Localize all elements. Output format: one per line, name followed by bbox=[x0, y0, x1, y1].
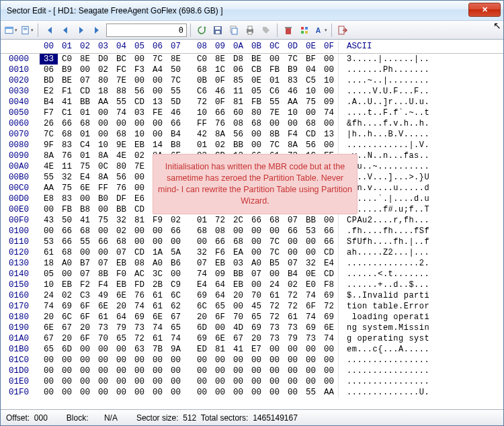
hex-byte[interactable]: 66 bbox=[167, 118, 185, 129]
hex-byte[interactable]: 00 bbox=[247, 129, 265, 140]
hex-byte[interactable]: 00 bbox=[58, 387, 76, 398]
hex-byte[interactable]: 69 bbox=[247, 323, 265, 333]
hex-byte[interactable]: 03 bbox=[229, 258, 247, 269]
hex-byte[interactable]: E7 bbox=[247, 344, 265, 355]
hex-byte[interactable]: 67 bbox=[167, 312, 185, 323]
hex-byte[interactable]: 76 bbox=[112, 183, 130, 194]
hex-byte[interactable]: 11 bbox=[58, 161, 76, 172]
hex-byte[interactable]: 64 bbox=[211, 290, 229, 301]
hex-byte[interactable]: 55 bbox=[40, 172, 58, 183]
hex-byte[interactable]: FE bbox=[149, 108, 167, 118]
refresh-button[interactable] bbox=[194, 23, 209, 38]
ascii-text[interactable]: ..............U. bbox=[338, 387, 451, 398]
hex-byte[interactable]: 00 bbox=[284, 118, 302, 129]
hex-byte[interactable]: 00 bbox=[284, 237, 302, 247]
hex-byte[interactable]: 00 bbox=[94, 108, 112, 118]
hex-byte[interactable]: 6E bbox=[320, 323, 338, 333]
hex-byte[interactable]: 00 bbox=[130, 387, 149, 398]
hex-byte[interactable]: 00 bbox=[76, 65, 94, 75]
hex-byte[interactable]: 00 bbox=[58, 366, 76, 376]
hex-row[interactable]: 00F0435041753281F90201722C666807BB00CPAu… bbox=[1, 215, 503, 226]
hex-byte[interactable]: 00 bbox=[193, 387, 211, 398]
hex-byte[interactable]: 69 bbox=[320, 312, 338, 323]
hex-byte[interactable]: 00 bbox=[193, 237, 211, 247]
hex-byte[interactable]: B7 bbox=[76, 258, 94, 269]
ascii-text[interactable]: SfUfh....fh.|..f bbox=[338, 237, 451, 247]
hex-row[interactable]: 01A067206F7065726174696E672073797374g op… bbox=[1, 333, 503, 344]
hex-byte[interactable]: 66 bbox=[94, 237, 112, 247]
hex-byte[interactable]: 0E bbox=[302, 269, 320, 280]
hex-byte[interactable]: 20 bbox=[229, 290, 247, 301]
hex-byte[interactable]: 81 bbox=[130, 215, 149, 226]
hex-byte[interactable]: EB bbox=[130, 140, 149, 151]
hex-byte[interactable]: 50 bbox=[58, 215, 76, 226]
ascii-text[interactable]: &fh....f.v.h..h. bbox=[338, 118, 451, 129]
hex-byte[interactable]: 7C bbox=[40, 129, 58, 140]
hex-byte[interactable]: 74 bbox=[320, 333, 338, 344]
hex-byte[interactable]: 68 bbox=[76, 118, 94, 129]
hex-byte[interactable]: EB bbox=[229, 280, 247, 290]
hex-byte[interactable]: 6C bbox=[193, 301, 211, 312]
hex-byte[interactable]: 72 bbox=[193, 97, 211, 108]
hex-row[interactable]: 0030E2F1CD1888560055C6461105C6461000....… bbox=[1, 86, 503, 97]
hex-byte[interactable]: 75 bbox=[58, 183, 76, 194]
hex-byte[interactable]: 61 bbox=[265, 290, 284, 301]
hex-byte[interactable]: 66 bbox=[320, 226, 338, 237]
hex-byte[interactable]: B4 bbox=[167, 129, 185, 140]
hex-byte[interactable]: 79 bbox=[112, 323, 130, 333]
hex-byte[interactable]: 9F bbox=[40, 140, 58, 151]
ascii-text[interactable]: ....t..F.f`.~..t bbox=[338, 108, 451, 118]
hex-byte[interactable]: 00 bbox=[247, 140, 265, 151]
hex-byte[interactable]: FF bbox=[193, 118, 211, 129]
hex-byte[interactable]: FC bbox=[112, 65, 130, 75]
hex-byte[interactable]: 07 bbox=[284, 215, 302, 226]
hex-byte[interactable]: EB bbox=[211, 258, 229, 269]
hex-byte[interactable]: 56 bbox=[112, 172, 130, 183]
hex-byte[interactable]: 18 bbox=[94, 86, 112, 97]
hex-byte[interactable]: 00 bbox=[247, 376, 265, 387]
hex-byte[interactable]: 01 bbox=[193, 215, 211, 226]
hex-row[interactable]: 01906E672073797374656D004D697373696Eng s… bbox=[1, 323, 503, 333]
hex-byte[interactable]: CD bbox=[320, 247, 338, 258]
hex-byte[interactable]: 02 bbox=[112, 226, 130, 237]
hex-byte[interactable]: AA bbox=[94, 97, 112, 108]
hex-byte[interactable]: 00 bbox=[320, 140, 338, 151]
hex-byte[interactable]: 67 bbox=[58, 323, 76, 333]
tag-button[interactable] bbox=[259, 23, 274, 38]
hex-byte[interactable]: C1 bbox=[58, 108, 76, 118]
hex-byte[interactable]: 68 bbox=[112, 129, 130, 140]
hex-byte[interactable]: 00 bbox=[58, 376, 76, 387]
hex-row[interactable]: 01D000000000000000000000000000000000....… bbox=[1, 366, 503, 376]
hex-byte[interactable]: 41 bbox=[58, 97, 76, 108]
hex-byte[interactable]: 00 bbox=[76, 366, 94, 376]
hex-byte[interactable]: 00 bbox=[265, 355, 284, 366]
hex-byte[interactable]: 6D bbox=[193, 323, 211, 333]
hex-byte[interactable]: 00 bbox=[247, 366, 265, 376]
hex-byte[interactable]: 00 bbox=[112, 376, 130, 387]
ascii-text[interactable]: loading operati bbox=[338, 312, 451, 323]
hex-byte[interactable]: 76 bbox=[211, 118, 229, 129]
hex-byte[interactable]: 68 bbox=[302, 118, 320, 129]
hex-byte[interactable]: 00 bbox=[284, 376, 302, 387]
ascii-text[interactable]: ah.....Z2...|... bbox=[338, 247, 451, 258]
hex-byte[interactable]: 46 bbox=[211, 86, 229, 97]
hex-byte[interactable]: 02 bbox=[94, 65, 112, 75]
offset-input[interactable] bbox=[106, 24, 187, 37]
hex-byte[interactable]: B8 bbox=[76, 204, 94, 215]
hex-byte[interactable]: 56 bbox=[302, 140, 320, 151]
hex-byte[interactable]: AA bbox=[40, 183, 58, 194]
hex-byte[interactable]: 1A bbox=[149, 247, 167, 258]
hex-byte[interactable]: 73 bbox=[302, 333, 320, 344]
hex-byte[interactable]: 00 bbox=[94, 344, 112, 355]
hex-byte[interactable]: 66 bbox=[58, 237, 76, 247]
hex-row[interactable]: 01E000000000000000000000000000000000....… bbox=[1, 376, 503, 387]
hex-byte[interactable]: 6C bbox=[167, 290, 185, 301]
hex-byte[interactable]: 75 bbox=[76, 161, 94, 172]
hex-byte[interactable]: 05 bbox=[247, 86, 265, 97]
hex-byte[interactable]: 66 bbox=[58, 118, 76, 129]
hex-byte[interactable]: FB bbox=[58, 204, 76, 215]
hex-byte[interactable]: 53 bbox=[302, 226, 320, 237]
hex-byte[interactable]: 9E bbox=[112, 140, 130, 151]
hex-byte[interactable]: 66 bbox=[211, 237, 229, 247]
hex-byte[interactable]: 07 bbox=[193, 258, 211, 269]
